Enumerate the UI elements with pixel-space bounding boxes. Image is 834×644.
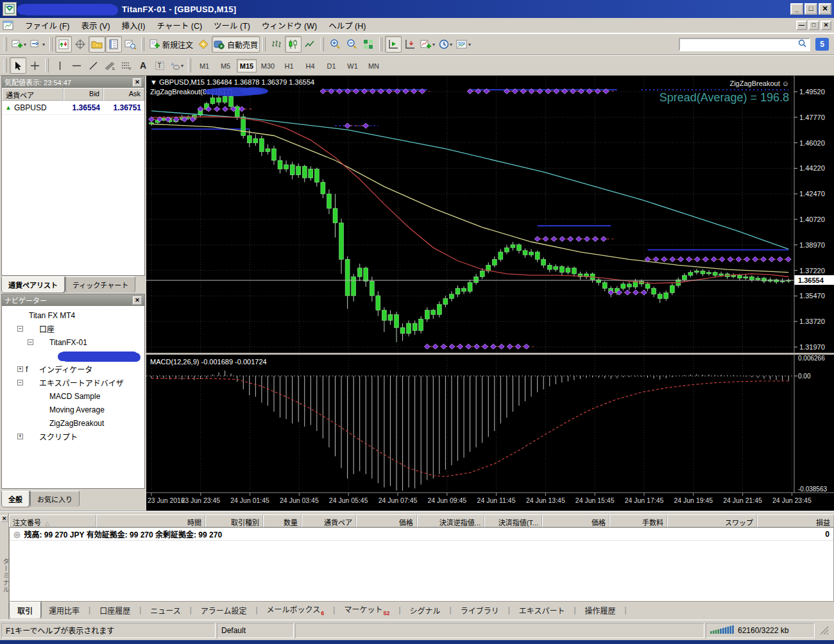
terminal-column-9[interactable]: 手数料 [609,514,667,527]
balance-row[interactable]: ◎ 残高: 99 270 JPY 有効証拠金: 99 270 余剰証拠金: 99… [10,528,833,541]
timeframe-m15[interactable]: M15 [237,59,257,72]
vertical-line-tool[interactable] [51,57,68,74]
toolbar-grip[interactable] [188,58,191,72]
nav-item-titanfx-01[interactable]: −TitanFX-01 [2,335,144,349]
trendline-tool[interactable] [85,57,101,74]
mw-column-2[interactable]: Ask [103,88,144,101]
nav-item-macd-sample[interactable]: MACD Sample [2,389,144,403]
shapes-tool[interactable]: ▾ [168,57,185,74]
terminal-column-8[interactable]: 価格 [542,514,609,527]
channel-tool[interactable]: E [101,57,118,74]
navigator-toggle[interactable] [89,36,105,53]
terminal-tab-2[interactable]: 口座履歴 [92,602,138,618]
market-watch-close-icon[interactable]: ✕ [133,78,142,87]
bar-chart-button[interactable] [268,36,285,53]
chart-shift-button[interactable] [402,36,418,53]
resize-grip[interactable] [816,623,833,638]
maximize-button[interactable]: □ [804,3,817,15]
text-label-tool[interactable]: T [151,57,168,74]
market-watch-row[interactable]: ▲GBPUSD1.365541.36751 [2,101,144,115]
nav-item-titan-fx-mt4[interactable]: Titan FX MT4 [2,309,144,322]
terminal-tab-5[interactable]: メールボックス6 [259,601,332,618]
menu-item-4[interactable]: ツール (T) [208,17,256,33]
terminal-tab-4[interactable]: アラーム設定 [193,602,255,618]
terminal-tab-3[interactable]: ニュース [142,602,188,618]
toolbar-grip[interactable] [46,58,49,72]
mdi-restore-button[interactable]: □ [808,21,819,30]
terminal-column-1[interactable]: 時間 [96,514,205,527]
terminal-column-2[interactable]: 取引種別 [205,514,263,527]
community-icon[interactable]: 5 [815,38,829,51]
toolbar-grip[interactable] [49,37,53,51]
periods-button[interactable]: ▾ [437,36,454,53]
mw-column-1[interactable]: Bid [64,88,103,101]
terminal-close-icon[interactable]: ✕ [1,515,8,522]
nav-item-moving-average[interactable]: Moving Average [2,403,144,416]
search-input[interactable] [680,40,796,49]
cursor-tool[interactable] [10,57,26,74]
toolbar-grip[interactable] [4,37,7,51]
nav-item-スクリプト[interactable]: +スクリプト [2,430,144,443]
new-chart-button[interactable]: ▾ [10,36,28,53]
terminal-tab-10[interactable]: 操作履歴 [577,602,624,618]
timeframe-w1[interactable]: W1 [343,59,362,72]
terminal-column-7[interactable]: 決済指値(T... [484,514,542,527]
timeframe-d1[interactable]: D1 [321,59,341,72]
gbpusd-m15-chart[interactable]: 1.495201.477701.460201.442201.424701.407… [146,76,834,511]
terminal-column-3[interactable]: 数量 [263,514,302,527]
autotrading-toggle[interactable]: 自動売買 [212,36,260,53]
terminal-column-10[interactable]: スワップ [667,514,757,527]
terminal-column-6[interactable]: 決済逆指値... [417,514,484,527]
terminal-tab-6[interactable]: マーケット52 [336,601,397,618]
mw-column-0[interactable]: 通貨ペア [2,88,64,101]
line-chart-button[interactable] [302,36,318,53]
templates-button[interactable]: ▾ [454,36,473,53]
status-template[interactable]: Default [217,623,294,638]
tile-windows-button[interactable] [360,36,377,53]
tree-expand-icon[interactable]: − [17,326,23,332]
navigator-close-icon[interactable]: ✕ [133,296,142,305]
market-watch-toggle[interactable] [55,36,72,53]
navigator-tab-1[interactable]: お気に入り [30,491,80,507]
tree-expand-icon[interactable]: + [17,366,23,372]
toolbar-grip[interactable] [4,58,7,72]
terminal-tab-1[interactable]: 運用比率 [41,602,87,618]
menu-item-6[interactable]: ヘルプ (H) [323,17,371,33]
timeframe-mn[interactable]: MN [364,59,384,72]
minimize-button[interactable]: _ [790,3,803,15]
text-tool[interactable]: A [135,57,151,74]
tree-expand-icon[interactable]: + [17,434,23,439]
close-button[interactable]: ✕ [819,3,831,15]
terminal-tab-8[interactable]: ライブラリ [453,602,507,618]
fibonacci-tool[interactable]: F [118,57,135,74]
search-icon[interactable] [796,39,809,49]
timeframe-m30[interactable]: M30 [258,59,278,72]
crosshair-tool[interactable] [26,57,43,74]
zoom-out-button[interactable] [343,36,360,53]
auto-scroll-toggle[interactable] [385,36,402,53]
toolbar-grip[interactable] [141,37,144,51]
menu-item-3[interactable]: チャート (C) [151,17,208,33]
zoom-in-button[interactable] [327,36,343,53]
nav-item-インディケータ[interactable]: +fインディケータ [2,362,144,376]
toolbar-grip[interactable] [262,37,266,51]
terminal-column-0[interactable]: 注文番号△ [9,514,96,527]
terminal-column-5[interactable]: 価格 [356,514,417,527]
terminal-column-4[interactable]: 通貨ペア [302,514,356,527]
terminal-tab-9[interactable]: エキスパート [511,602,573,618]
toolbar-grip[interactable] [379,37,382,51]
tree-expand-icon[interactable]: − [17,380,23,386]
timeframe-h1[interactable]: H1 [279,59,299,72]
terminal-toggle[interactable] [105,36,122,53]
market-watch-tab-0[interactable]: 通貨ペアリスト [1,276,65,292]
market-watch-tab-1[interactable]: ティックチャート [65,276,135,292]
toolbar-grip[interactable] [321,37,324,51]
metaeditor-button[interactable] [195,36,212,53]
menu-item-2[interactable]: 挿入(I) [116,17,151,33]
candlestick-button[interactable] [285,36,302,53]
profiles-button[interactable]: ▾ [28,36,47,53]
tree-expand-icon[interactable]: − [28,339,33,345]
mdi-close-button[interactable]: ✕ [821,21,831,30]
terminal-column-11[interactable]: 損益 [757,514,834,527]
timeframe-h4[interactable]: H4 [300,59,320,72]
